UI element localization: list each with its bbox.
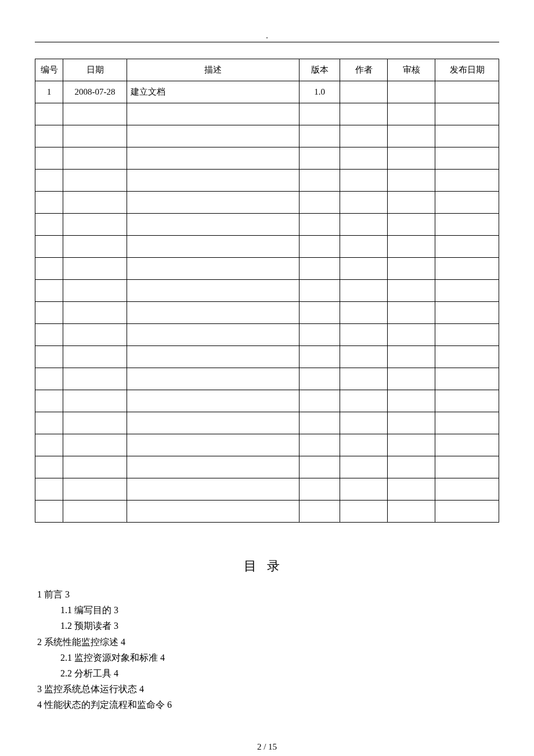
cell-desc	[127, 280, 300, 302]
toc-entry: 4 性能状态的判定流程和监命令 6	[37, 697, 499, 712]
cell-date	[63, 192, 127, 214]
cell-version	[300, 125, 340, 147]
cell-version	[300, 412, 340, 434]
cell-version	[300, 236, 340, 258]
header-mark: .	[35, 31, 499, 41]
cell-no	[35, 390, 63, 412]
cell-pubdate	[435, 170, 499, 192]
cell-pubdate	[435, 478, 499, 501]
col-header-pubdate: 发布日期	[435, 59, 499, 81]
toc: 1 前言 31.1 编写目的 31.2 预期读者 32 系统性能监控综述 42.…	[37, 586, 499, 713]
cell-author	[340, 390, 388, 412]
toc-entry: 1.2 预期读者 3	[60, 618, 499, 633]
cell-author	[340, 214, 388, 236]
cell-no	[35, 324, 63, 346]
cell-version: 1.0	[300, 81, 340, 103]
cell-desc	[127, 236, 300, 258]
cell-author	[340, 81, 388, 103]
cell-version	[300, 478, 340, 501]
cell-no	[35, 258, 63, 280]
cell-reviewer	[388, 501, 435, 523]
cell-reviewer	[388, 346, 435, 368]
cell-date	[63, 368, 127, 390]
cell-date	[63, 170, 127, 192]
table-row	[35, 103, 499, 125]
cell-date: 2008-07-28	[63, 81, 127, 103]
cell-date	[63, 125, 127, 147]
cell-author	[340, 368, 388, 390]
cell-no	[35, 125, 63, 147]
cell-date	[63, 103, 127, 125]
cell-author	[340, 147, 388, 170]
document-page: . 编号 日期 描述 版本 作者 审核 发布日期 12008-07-28建立文档…	[0, 0, 534, 756]
toc-entry: 2.1 监控资源对象和标准 4	[60, 650, 499, 665]
cell-date	[63, 280, 127, 302]
toc-entry: 3 监控系统总体运行状态 4	[37, 681, 499, 697]
col-header-no: 编号	[35, 59, 63, 81]
toc-entry: 2.2 分析工具 4	[60, 665, 499, 681]
cell-version	[300, 434, 340, 456]
cell-date	[63, 214, 127, 236]
cell-pubdate	[435, 501, 499, 523]
cell-reviewer	[388, 324, 435, 346]
cell-author	[340, 236, 388, 258]
cell-no	[35, 302, 63, 324]
cell-desc	[127, 456, 300, 478]
cell-date	[63, 412, 127, 434]
cell-reviewer	[388, 368, 435, 390]
cell-author	[340, 434, 388, 456]
col-header-author: 作者	[340, 59, 388, 81]
header-rule	[35, 42, 499, 42]
table-row	[35, 434, 499, 456]
cell-author	[340, 258, 388, 280]
cell-reviewer	[388, 214, 435, 236]
table-row	[35, 147, 499, 170]
table-header-row: 编号 日期 描述 版本 作者 审核 发布日期	[35, 59, 499, 81]
cell-no	[35, 236, 63, 258]
cell-no	[35, 412, 63, 434]
cell-desc: 建立文档	[127, 81, 300, 103]
cell-pubdate	[435, 368, 499, 390]
toc-title: 目录	[35, 557, 499, 575]
cell-version	[300, 368, 340, 390]
cell-version	[300, 214, 340, 236]
cell-version	[300, 501, 340, 523]
cell-version	[300, 258, 340, 280]
cell-date	[63, 346, 127, 368]
table-row	[35, 456, 499, 478]
cell-pubdate	[435, 302, 499, 324]
cell-no	[35, 192, 63, 214]
cell-version	[300, 147, 340, 170]
cell-reviewer	[388, 456, 435, 478]
cell-desc	[127, 324, 300, 346]
cell-reviewer	[388, 302, 435, 324]
table-row: 12008-07-28建立文档1.0	[35, 81, 499, 103]
cell-date	[63, 302, 127, 324]
cell-date	[63, 434, 127, 456]
cell-reviewer	[388, 258, 435, 280]
cell-pubdate	[435, 236, 499, 258]
cell-author	[340, 456, 388, 478]
cell-reviewer	[388, 81, 435, 103]
cell-pubdate	[435, 390, 499, 412]
cell-no	[35, 280, 63, 302]
cell-pubdate	[435, 103, 499, 125]
cell-desc	[127, 368, 300, 390]
cell-desc	[127, 170, 300, 192]
cell-desc	[127, 103, 300, 125]
cell-desc	[127, 412, 300, 434]
cell-no	[35, 346, 63, 368]
cell-author	[340, 192, 388, 214]
col-header-desc: 描述	[127, 59, 300, 81]
cell-reviewer	[388, 236, 435, 258]
cell-desc	[127, 390, 300, 412]
cell-version	[300, 456, 340, 478]
cell-no: 1	[35, 81, 63, 103]
cell-date	[63, 258, 127, 280]
table-row	[35, 346, 499, 368]
cell-reviewer	[388, 170, 435, 192]
cell-author	[340, 501, 388, 523]
table-row	[35, 368, 499, 390]
cell-reviewer	[388, 478, 435, 501]
toc-entry: 1 前言 3	[37, 586, 499, 602]
